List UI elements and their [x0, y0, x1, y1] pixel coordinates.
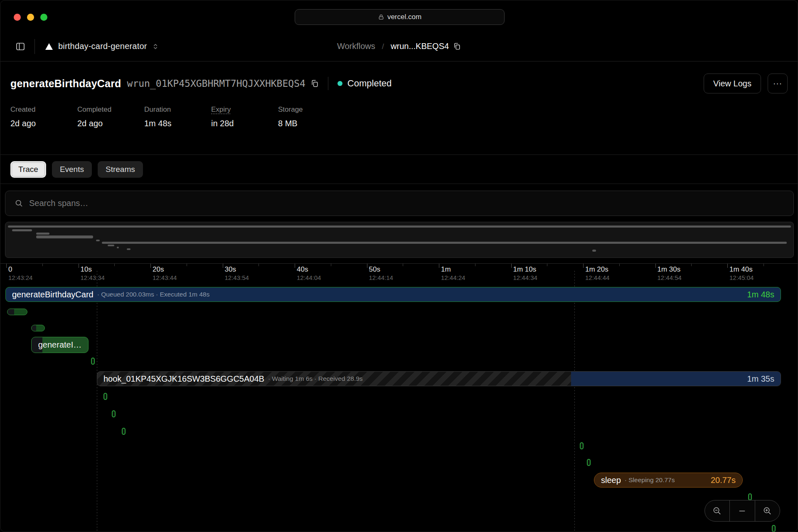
span-duration: 1m 35s — [747, 374, 774, 384]
address-bar[interactable]: vercel.com — [295, 9, 505, 25]
tick-minor-mark — [259, 264, 259, 266]
span-sleep[interactable]: sleep · Sleeping 20.77s 20.77s — [594, 473, 743, 488]
meta-label: Created — [10, 105, 77, 114]
span-generateBirthdayCard[interactable]: generateBirthdayCard · Queued 200.03ms ·… — [5, 287, 781, 302]
tab-events[interactable]: Events — [52, 161, 92, 178]
span-name: generateBirthdayCard — [12, 290, 94, 299]
breadcrumb-workflows-link[interactable]: Workflows — [337, 42, 375, 51]
meta-label: Completed — [77, 105, 144, 114]
minimap-bar — [102, 242, 787, 244]
tick-minor-mark — [475, 264, 475, 266]
tick-minor-mark — [42, 264, 43, 266]
tick-clock-label: 12:44:44 — [585, 274, 609, 281]
tab-streams[interactable]: Streams — [98, 161, 143, 178]
span-start-guide-line — [574, 271, 575, 532]
view-logs-button[interactable]: View Logs — [704, 74, 761, 93]
tick-clock-label: 12:44:14 — [369, 274, 393, 281]
tick-mark — [295, 264, 295, 268]
span-detail: · Sleeping 20.77s — [625, 476, 675, 484]
tick-time-label: 0 — [8, 265, 12, 274]
tick-clock-label: 12:43:24 — [8, 274, 32, 281]
status-badge: Completed — [337, 78, 392, 89]
event-marker[interactable] — [112, 410, 116, 417]
tick-clock-label: 12:44:54 — [658, 274, 682, 281]
event-marker[interactable] — [122, 428, 126, 435]
page-title: generateBirthdayCard — [10, 78, 121, 90]
run-header: generateBirthdayCard wrun_01KP45XGBHRMT7… — [0, 62, 798, 154]
meta-label: Duration — [144, 105, 211, 114]
tick-mark — [439, 264, 439, 268]
span-start-guide-line — [97, 271, 97, 532]
status-dot-icon — [337, 81, 342, 86]
tick-time-label: 1m 20s — [585, 265, 608, 274]
span-search — [5, 191, 794, 216]
tick-mark — [583, 264, 584, 268]
span-duration: 20.77s — [711, 476, 736, 485]
lock-icon — [378, 14, 384, 20]
tick-clock-label: 12:43:34 — [81, 274, 105, 281]
tick-mark — [223, 264, 223, 268]
meta-item-expiry: Expiryin 28d — [211, 105, 278, 128]
minimap-bar — [96, 240, 100, 241]
minimap-bar — [117, 247, 119, 248]
close-window-button[interactable] — [14, 14, 21, 21]
more-actions-button[interactable]: ··· — [768, 74, 788, 93]
app-toolbar: birthday-card-generator Workflows / wrun… — [0, 32, 798, 61]
tick-clock-label: 12:43:44 — [153, 274, 177, 281]
header-actions: View Logs ··· — [704, 74, 788, 93]
tick-minor-mark — [403, 264, 403, 266]
search-input[interactable] — [29, 199, 793, 208]
tick-time-label: 50s — [369, 265, 380, 274]
chevron-updown-icon — [152, 43, 159, 50]
status-label: Completed — [347, 78, 392, 89]
meta-value: in 28d — [211, 119, 278, 128]
span-duration: 1m 48s — [747, 290, 774, 299]
span-child-bar[interactable] — [31, 325, 45, 331]
breadcrumb: Workflows / wrun...KBEQS4 — [337, 42, 461, 51]
event-marker[interactable] — [748, 493, 752, 500]
toolbar-divider — [34, 39, 35, 54]
vercel-logo-icon — [45, 43, 53, 50]
tick-mark — [367, 264, 367, 268]
span-hook[interactable]: hook_01KP45XGJK16SW3BS6GGC5A04B · Waitin… — [97, 371, 781, 386]
tick-minor-mark — [547, 264, 547, 266]
zoom-in-icon — [763, 506, 772, 516]
span-detail: · Waiting 1m 6s · Received 28.9s — [268, 375, 363, 382]
event-marker[interactable] — [587, 459, 591, 466]
minimap-bar — [12, 229, 32, 231]
meta-item-created: Created2d ago — [10, 105, 77, 128]
zoom-reset-button[interactable] — [729, 500, 754, 521]
event-marker[interactable] — [91, 358, 95, 365]
span-generateImage-chip[interactable]: generateI… — [31, 337, 89, 353]
project-switcher[interactable]: birthday-card-generator — [45, 42, 159, 51]
zoom-in-button[interactable] — [755, 500, 780, 521]
zoom-out-button[interactable] — [705, 500, 729, 521]
tick-minor-mark — [764, 264, 764, 266]
tick-time-label: 1m 40s — [729, 265, 753, 274]
tab-trace[interactable]: Trace — [10, 161, 46, 178]
meta-label: Storage — [278, 105, 345, 114]
minimap-bar — [36, 235, 93, 238]
meta-item-duration: Duration1m 48s — [144, 105, 211, 128]
minimize-window-button[interactable] — [27, 14, 34, 21]
minimap-bar — [36, 233, 49, 235]
event-marker[interactable] — [580, 442, 584, 449]
zoom-out-icon — [712, 506, 722, 516]
tick-minor-mark — [114, 264, 115, 266]
tick-mark — [79, 264, 79, 268]
tick-time-label: 20s — [153, 265, 164, 274]
copy-run-id-button[interactable] — [310, 79, 319, 88]
tick-time-label: 1m 30s — [658, 265, 681, 274]
event-marker[interactable] — [772, 525, 776, 532]
sidebar-toggle-button[interactable] — [15, 42, 25, 51]
maximize-window-button[interactable] — [40, 14, 47, 21]
tick-mark — [727, 264, 728, 268]
copy-icon[interactable] — [453, 42, 461, 50]
tick-mark — [655, 264, 656, 268]
run-title-row: generateBirthdayCard wrun_01KP45XGBHRMT7… — [10, 74, 788, 93]
span-child-bar[interactable] — [7, 309, 27, 315]
meta-value: 2d ago — [10, 119, 77, 128]
copy-icon — [310, 79, 319, 88]
trace-minimap[interactable] — [5, 222, 794, 258]
event-marker[interactable] — [103, 393, 107, 400]
